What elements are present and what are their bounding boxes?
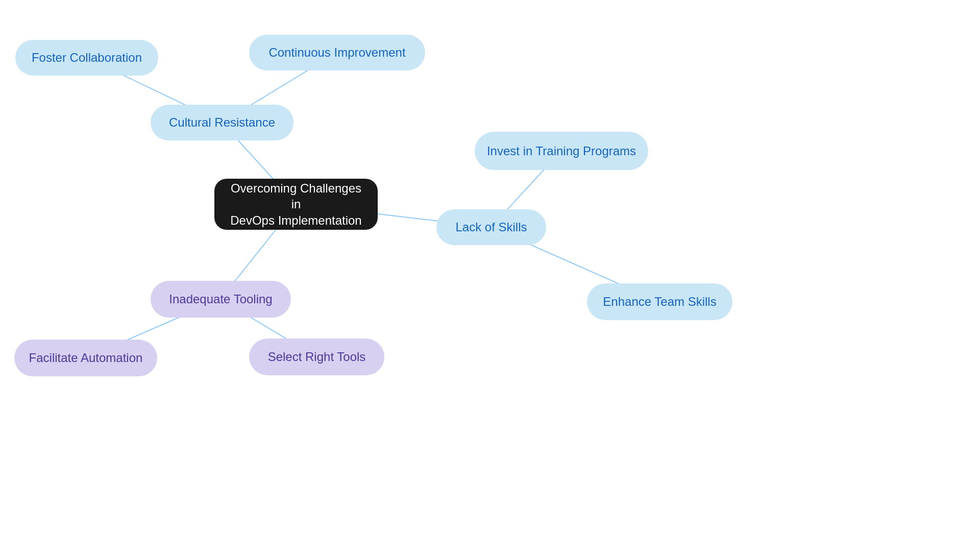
node-select-right-tools-label: Select Right Tools — [268, 350, 366, 364]
node-cultural-resistance-label: Cultural Resistance — [169, 115, 275, 130]
center-node-label: Overcoming Challenges in DevOps Implemen… — [230, 180, 362, 228]
node-select-right-tools[interactable]: Select Right Tools — [249, 339, 384, 375]
node-lack-of-skills[interactable]: Lack of Skills — [436, 209, 546, 245]
node-continuous-improvement-label: Continuous Improvement — [268, 45, 405, 60]
center-node[interactable]: Overcoming Challenges in DevOps Implemen… — [214, 179, 378, 230]
node-facilitate-automation[interactable]: Facilitate Automation — [14, 340, 157, 376]
node-cultural-resistance[interactable]: Cultural Resistance — [151, 105, 293, 140]
node-invest-training[interactable]: Invest in Training Programs — [475, 132, 648, 170]
node-enhance-skills[interactable]: Enhance Team Skills — [587, 283, 732, 320]
node-continuous-improvement[interactable]: Continuous Improvement — [249, 35, 425, 70]
node-inadequate-tooling-label: Inadequate Tooling — [169, 292, 272, 306]
node-lack-of-skills-label: Lack of Skills — [455, 220, 527, 234]
node-inadequate-tooling[interactable]: Inadequate Tooling — [151, 281, 291, 318]
node-facilitate-automation-label: Facilitate Automation — [29, 351, 143, 365]
node-invest-training-label: Invest in Training Programs — [487, 144, 636, 158]
node-foster-collaboration-label: Foster Collaboration — [32, 51, 142, 65]
node-foster-collaboration[interactable]: Foster Collaboration — [15, 40, 158, 76]
node-enhance-skills-label: Enhance Team Skills — [603, 295, 716, 309]
